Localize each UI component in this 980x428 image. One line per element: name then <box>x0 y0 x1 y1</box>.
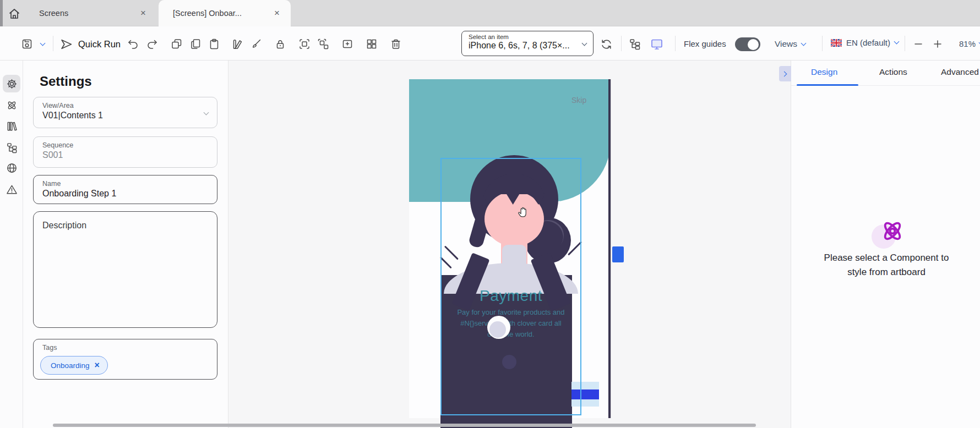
lock-icon <box>274 38 286 50</box>
window-tab-bar: Screens × [Screens] Onboar... × <box>0 0 980 26</box>
sequence-field[interactable]: Sequence <box>33 136 217 168</box>
chevron-down-icon <box>204 110 209 116</box>
brush-icon <box>250 38 262 50</box>
tree-icon <box>6 142 18 153</box>
component-atom-icon <box>879 218 906 244</box>
paste-icon <box>208 38 220 50</box>
quick-run-button[interactable]: Quick Run <box>55 34 125 54</box>
description-field[interactable] <box>33 211 217 328</box>
sync-button[interactable] <box>599 37 613 51</box>
lock-button[interactable] <box>273 37 287 51</box>
tab-actions[interactable]: Actions <box>879 67 907 77</box>
sequence-input[interactable] <box>42 149 197 160</box>
chevron-down-icon <box>894 39 900 45</box>
gear-icon <box>6 78 18 90</box>
atom-icon <box>6 100 18 111</box>
selection-box[interactable] <box>440 158 581 415</box>
flow-handle[interactable] <box>612 246 624 262</box>
tab-close-icon[interactable]: × <box>271 7 283 20</box>
undo-icon <box>127 38 139 50</box>
layout-grid-button[interactable] <box>364 37 379 51</box>
artboard-edge-highlight <box>611 79 612 418</box>
name-label: Name <box>42 180 209 188</box>
active-tab-underline <box>797 84 858 86</box>
hand-cursor <box>515 205 530 220</box>
name-input[interactable] <box>42 188 197 199</box>
description-textarea[interactable] <box>42 216 208 315</box>
brush-button[interactable] <box>249 37 263 51</box>
device-selector[interactable]: Select an item iPhone 6, 6s, 7, 8 (375×.… <box>461 31 594 56</box>
duplicate-icon <box>171 38 183 50</box>
chevron-down-icon <box>801 40 807 46</box>
window-edge <box>0 0 3 26</box>
globe-icon <box>6 162 18 174</box>
duplicate-button[interactable] <box>170 37 184 51</box>
home-button[interactable] <box>7 6 22 21</box>
tags-field[interactable]: Tags Onboarding × <box>33 339 217 380</box>
interaction-tree-button[interactable] <box>628 37 642 51</box>
views-label: Views <box>775 39 797 49</box>
settings-title: Settings <box>40 74 92 89</box>
horizontal-scrollbar[interactable] <box>53 424 756 427</box>
sequence-label: Sequence <box>42 141 209 149</box>
tab-screens[interactable]: Screens × <box>25 0 157 26</box>
tab-label: [Screens] Onboar... <box>173 9 242 18</box>
zoom-level-dropdown[interactable]: 81% <box>959 39 980 48</box>
redo-button[interactable] <box>145 37 160 51</box>
paste-button[interactable] <box>207 37 221 51</box>
group-button[interactable] <box>297 37 312 51</box>
uk-flag-icon <box>831 39 842 47</box>
view-area-input[interactable] <box>42 109 197 120</box>
panel-collapse-button[interactable] <box>779 66 791 81</box>
minus-icon <box>913 39 923 49</box>
rail-localization-button[interactable] <box>3 159 20 177</box>
home-icon <box>8 8 20 20</box>
tree-icon <box>629 38 641 50</box>
monitor-icon <box>650 37 663 51</box>
tag-remove-icon[interactable]: × <box>95 360 100 370</box>
tag-chip[interactable]: Onboarding × <box>40 356 108 375</box>
view-area-label: View/Area <box>42 102 209 109</box>
rail-library-button[interactable] <box>3 117 20 135</box>
new-frame-button[interactable] <box>340 37 355 51</box>
rail-issues-button[interactable] <box>3 180 20 198</box>
zoom-out-button[interactable] <box>911 37 925 51</box>
rail-structure-button[interactable] <box>3 139 20 156</box>
delete-button[interactable] <box>389 37 403 51</box>
plus-icon <box>933 39 943 49</box>
rail-components-button[interactable] <box>3 96 20 114</box>
view-area-field[interactable]: View/Area <box>33 97 217 128</box>
save-menu-button[interactable] <box>37 37 47 51</box>
layout-grid-icon <box>366 38 378 50</box>
undo-button[interactable] <box>126 37 140 51</box>
tab-advanced[interactable]: Advanced <box>941 67 979 77</box>
trash-icon <box>390 38 402 50</box>
ungroup-button[interactable] <box>316 37 330 51</box>
language-dropdown[interactable]: EN (default) <box>831 38 899 47</box>
left-icon-rail <box>0 61 23 428</box>
flex-guides-label: Flex guides <box>684 39 726 48</box>
tab-design[interactable]: Design <box>811 67 837 77</box>
warning-icon <box>6 184 18 195</box>
main-toolbar: Quick Run <box>0 26 980 61</box>
tab-close-icon[interactable]: × <box>137 7 149 20</box>
sync-icon <box>600 38 613 51</box>
redo-icon <box>146 38 159 50</box>
rail-settings-button[interactable] <box>3 75 20 92</box>
tab-screens-onboarding[interactable]: [Screens] Onboar... × <box>159 0 291 26</box>
canvas-area[interactable]: Skip Payment Pay for your favorite produ… <box>228 61 791 428</box>
toggle-knob <box>748 39 759 50</box>
flex-guides-toggle[interactable] <box>735 37 760 51</box>
save-button[interactable] <box>20 37 34 51</box>
style-swatch-button[interactable] <box>230 37 244 51</box>
preview-monitor-button[interactable] <box>650 37 664 51</box>
tab-label: Screens <box>39 9 68 18</box>
language-label: EN (default) <box>846 38 890 47</box>
quick-run-label: Quick Run <box>78 39 121 50</box>
copy-button[interactable] <box>188 37 203 51</box>
name-field[interactable]: Name <box>33 175 217 204</box>
skip-link[interactable]: Skip <box>571 96 586 105</box>
new-frame-icon <box>341 38 353 50</box>
zoom-in-button[interactable] <box>930 37 945 51</box>
views-dropdown[interactable]: Views <box>775 39 805 49</box>
